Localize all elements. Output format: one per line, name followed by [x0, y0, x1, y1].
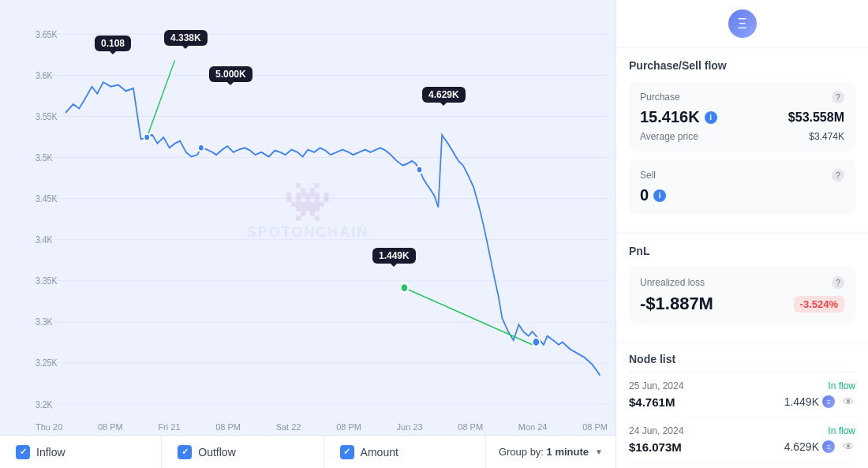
eye-icon-1[interactable]: 👁 — [841, 440, 855, 454]
legend-bar: ✓ Inflow ✓ Outflow ✓ Amount Group by: 1 … — [0, 435, 615, 468]
inflow-checkbox[interactable]: ✓ — [16, 445, 30, 459]
eye-icon-0[interactable]: 👁 — [841, 395, 855, 409]
eth-icon: Ξ — [728, 9, 757, 38]
node-row-right-0: 1.449K Ξ 👁 — [784, 395, 855, 409]
unrealized-label: Unrealized loss — [640, 277, 705, 288]
svg-point-23 — [198, 144, 204, 152]
chevron-down-icon: ▼ — [595, 447, 603, 456]
price-label-1: 0.108 — [95, 36, 131, 51]
node-date-1: 24 Jun, 2024 — [629, 425, 683, 436]
pnl-card: Unrealized loss ? -$1.887M -3.524% — [629, 267, 855, 324]
outflow-checkbox[interactable]: ✓ — [178, 445, 192, 459]
avg-price-value: $3.474K — [809, 131, 844, 142]
svg-text:3.55K: 3.55K — [36, 111, 58, 122]
panel-header: Ξ — [616, 0, 868, 48]
node-flow-1: In flow — [828, 425, 855, 436]
purchase-amount: 15.416K i — [640, 108, 717, 126]
x-label-1: 08 PM — [98, 422, 123, 432]
x-label-6: Jun 23 — [397, 422, 423, 432]
avg-price-label: Average price — [640, 131, 698, 142]
chart-container: 👾 SPOTONCHAIN 3.65K 3.6K 3.55K 3.5K 3.45… — [0, 0, 615, 419]
price-label-4: 4.629K — [422, 87, 466, 103]
node-list-title: Node list — [629, 343, 855, 373]
group-by-prefix: Group by: 1 minute — [499, 446, 589, 458]
purchase-sell-section: Purchase/Sell flow Purchase ? 15.416K i … — [616, 48, 868, 234]
node-token-1: 4.629K Ξ — [784, 440, 835, 453]
pnl-title: PnL — [629, 245, 855, 257]
node-row-right-1: 4.629K Ξ 👁 — [784, 440, 855, 454]
svg-text:3.4K: 3.4K — [36, 234, 53, 245]
price-label-2: 4.338K — [164, 30, 208, 46]
sell-info-icon[interactable]: i — [653, 189, 666, 202]
group-by-value: 1 minute — [547, 446, 589, 458]
price-label-3: 5.000K — [209, 66, 253, 82]
price-chart: 3.65K 3.6K 3.55K 3.5K 3.45K 3.4K 3.35K 3… — [36, 8, 608, 419]
node-flow-0: In flow — [828, 380, 855, 391]
amount-label: Amount — [361, 446, 398, 459]
svg-text:3.25K: 3.25K — [36, 358, 58, 369]
svg-point-24 — [417, 167, 423, 174]
pnl-section: PnL Unrealized loss ? -$1.887M -3.524% — [616, 234, 868, 343]
legend-inflow[interactable]: ✓ Inflow — [0, 436, 162, 468]
chart-area: 👾 SPOTONCHAIN 3.65K 3.6K 3.55K 3.5K 3.45… — [0, 0, 615, 468]
svg-text:3.35K: 3.35K — [36, 276, 58, 286]
right-panel: Ξ Purchase/Sell flow Purchase ? 15.416K … — [615, 0, 868, 468]
purchase-sell-title: Purchase/Sell flow — [629, 59, 855, 72]
purchase-usd: $53.558M — [788, 110, 844, 125]
svg-text:3.65K: 3.65K — [36, 29, 58, 39]
sell-label: Sell — [640, 170, 656, 181]
node-date-0: 25 Jun, 2024 — [629, 380, 683, 391]
token-icon-1: Ξ — [822, 440, 835, 453]
purchase-help-icon[interactable]: ? — [832, 91, 844, 103]
sell-help-icon[interactable]: ? — [832, 169, 844, 182]
legend-outflow[interactable]: ✓ Outflow — [162, 436, 324, 468]
node-item-0: 25 Jun, 2024 In flow $4.761M 1.449K Ξ 👁 — [629, 373, 855, 417]
pnl-help-icon[interactable]: ? — [832, 276, 844, 289]
x-label-7: 08 PM — [458, 422, 483, 432]
price-label-5: 1.449K — [372, 248, 416, 264]
svg-text:3.5K: 3.5K — [36, 152, 53, 163]
pnl-value: -$1.887M — [640, 294, 713, 314]
legend-amount[interactable]: ✓ Amount — [324, 436, 486, 468]
svg-text:3.3K: 3.3K — [36, 317, 53, 328]
svg-text:3.2K: 3.2K — [36, 399, 53, 410]
x-label-4: Sat 22 — [276, 422, 301, 432]
svg-point-25 — [401, 283, 409, 292]
svg-line-21 — [147, 61, 174, 138]
pnl-badge: -3.524% — [794, 296, 844, 313]
x-label-8: Mon 24 — [518, 422, 548, 432]
node-usd-1: $16.073M — [629, 440, 682, 454]
node-item-1: 24 Jun, 2024 In flow $16.073M 4.629K Ξ 👁 — [629, 417, 855, 462]
inflow-label: Inflow — [36, 446, 65, 459]
purchase-info-icon[interactable]: i — [705, 111, 717, 124]
sell-card: Sell ? 0 i — [629, 159, 855, 214]
node-token-0: 1.449K Ξ — [784, 395, 835, 408]
amount-checkbox[interactable]: ✓ — [340, 445, 354, 459]
sell-amount: 0 i — [640, 186, 666, 204]
purchase-card: Purchase ? 15.416K i $53.558M Average pr… — [629, 81, 855, 152]
node-list-section: Node list 25 Jun, 2024 In flow $4.761M 1… — [616, 343, 868, 468]
svg-line-20 — [404, 288, 532, 345]
svg-point-26 — [533, 338, 541, 346]
x-label-0: Thu 20 — [36, 422, 62, 432]
outflow-label: Outflow — [198, 446, 235, 459]
purchase-label: Purchase — [640, 92, 680, 103]
node-item-2: 21 Jun, 2024 In flow $15.201M 4.338K Ξ 👁 — [629, 462, 855, 468]
node-usd-0: $4.761M — [629, 395, 675, 409]
svg-text:3.6K: 3.6K — [36, 70, 53, 80]
x-label-3: 08 PM — [215, 422, 241, 432]
group-by-selector[interactable]: Group by: 1 minute ▼ — [486, 436, 615, 468]
x-label-2: Fri 21 — [158, 422, 180, 432]
token-icon-0: Ξ — [822, 395, 835, 408]
x-label-5: 08 PM — [336, 422, 361, 432]
x-label-9: 08 PM — [582, 422, 608, 432]
svg-text:3.45K: 3.45K — [36, 193, 58, 204]
svg-point-22 — [144, 134, 150, 141]
